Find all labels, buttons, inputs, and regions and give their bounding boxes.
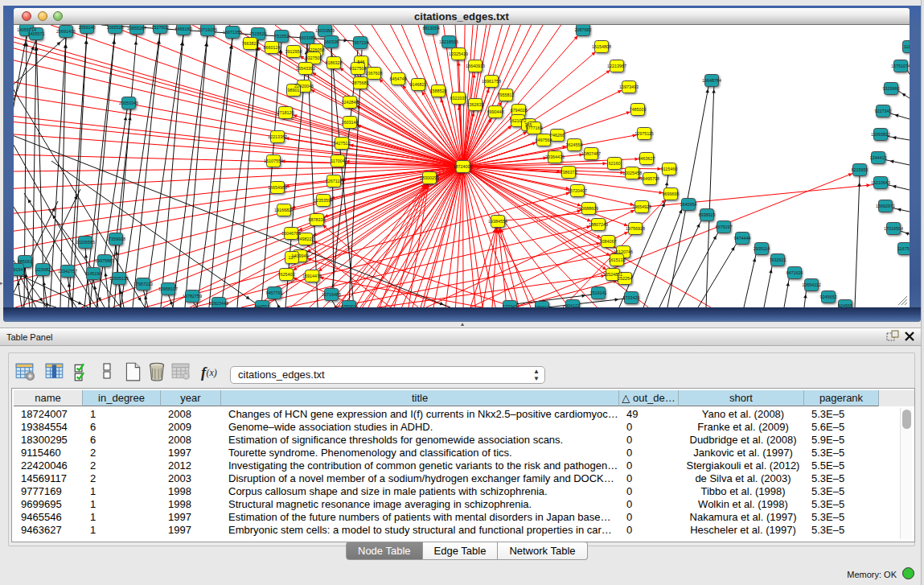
svg-text:9777169: 9777169 [526, 126, 543, 130]
svg-text:9463627: 9463627 [639, 156, 655, 161]
svg-text:8322037: 8322037 [450, 96, 467, 101]
svg-text:16107554: 16107554 [264, 159, 283, 163]
svg-text:16914479: 16914479 [302, 274, 322, 278]
svg-text:16671355: 16671355 [223, 30, 242, 35]
svg-text:9115460: 9115460 [661, 167, 678, 171]
svg-text:16961758: 16961758 [482, 79, 501, 84]
svg-text:16033809: 16033809 [315, 28, 335, 33]
svg-text:8990448: 8990448 [487, 109, 504, 114]
svg-text:16654986: 16654986 [268, 185, 287, 190]
svg-text:19654923: 19654923 [632, 204, 651, 209]
svg-text:1621072: 1621072 [510, 118, 527, 123]
svg-text:7625402: 7625402 [278, 272, 295, 277]
svg-text:6497568: 6497568 [536, 138, 552, 142]
svg-text:3875685: 3875685 [352, 80, 369, 85]
svg-text:9327505: 9327505 [306, 56, 322, 60]
svg-text:17359928: 17359928 [106, 237, 125, 241]
svg-text:20053346: 20053346 [119, 101, 138, 105]
svg-text:1615132: 1615132 [609, 257, 626, 262]
svg-text:546: 546 [358, 60, 365, 64]
svg-text:3912954: 3912954 [285, 49, 302, 54]
svg-text:6794028: 6794028 [511, 108, 528, 113]
svg-text:7485003: 7485003 [630, 107, 647, 112]
svg-text:1065528: 1065528 [107, 25, 124, 30]
svg-text:6466160: 6466160 [175, 27, 192, 31]
svg-text:17957223: 17957223 [133, 282, 153, 286]
svg-text:3242848: 3242848 [342, 100, 359, 105]
svg-text:1405571: 1405571 [28, 31, 45, 36]
svg-text:10958107: 10958107 [158, 286, 178, 291]
svg-text:20364436: 20364436 [545, 154, 565, 159]
svg-text:18724007: 18724007 [454, 164, 473, 169]
svg-text:16648784: 16648784 [702, 78, 721, 83]
svg-text:3084067: 3084067 [600, 239, 617, 244]
svg-text:9146821: 9146821 [410, 82, 427, 87]
svg-text:19756928: 19756928 [626, 226, 645, 231]
svg-text:117004: 117004 [331, 159, 345, 163]
svg-text:(x): (x) [207, 367, 217, 378]
svg-text:3624554: 3624554 [566, 142, 583, 147]
svg-text:11123: 11123 [904, 44, 910, 49]
svg-text:190412: 190412 [535, 305, 549, 307]
svg-text:8215955: 8215955 [852, 167, 869, 172]
svg-text:8427512: 8427512 [334, 141, 351, 146]
svg-text:1362635: 1362635 [467, 102, 484, 107]
svg-text:1527602: 1527602 [152, 25, 169, 30]
svg-text:751552: 751552 [274, 34, 289, 39]
svg-text:10025458: 10025458 [622, 171, 642, 175]
svg-text:885061: 885061 [18, 259, 32, 264]
svg-text:39154: 39154 [14, 267, 23, 272]
svg-text:16046786: 16046786 [281, 231, 301, 236]
svg-text:5226058: 5226058 [308, 47, 325, 52]
svg-text:3498222: 3498222 [298, 237, 314, 241]
svg-text:1115682: 1115682 [35, 267, 51, 272]
svg-text:2718126: 2718126 [277, 110, 294, 115]
svg-text:160338: 160338 [324, 39, 339, 44]
svg-text:8186328: 8186328 [326, 60, 343, 65]
svg-text:1640954: 1640954 [680, 202, 697, 207]
svg-text:2069140: 2069140 [79, 25, 96, 30]
svg-text:8660124: 8660124 [264, 45, 281, 50]
svg-text:127: 127 [289, 255, 296, 260]
svg-text:8813054: 8813054 [423, 26, 440, 31]
svg-text:12923448: 12923448 [209, 301, 228, 306]
svg-text:9474444: 9474444 [734, 236, 751, 241]
svg-text:9457791: 9457791 [266, 290, 283, 295]
svg-text:20206565: 20206565 [76, 240, 95, 245]
svg-text:16495798: 16495798 [640, 176, 659, 181]
svg-text:16120746: 16120746 [614, 249, 633, 254]
svg-text:15716485: 15716485 [322, 292, 341, 297]
svg-text:1588520: 1588520 [430, 89, 447, 93]
svg-text:116753: 116753 [897, 246, 910, 251]
svg-text:173342: 173342 [503, 304, 517, 307]
svg-text:9699695: 9699695 [663, 192, 680, 196]
svg-text:13218506: 13218506 [439, 39, 458, 44]
svg-text:1733426: 1733426 [623, 295, 640, 300]
svg-text:746266: 746266 [550, 133, 565, 138]
svg-text:1145194: 1145194 [85, 271, 102, 276]
svg-text:7515526: 7515526 [250, 31, 267, 36]
svg-text:10973493: 10973493 [619, 84, 639, 89]
svg-text:1603380: 1603380 [299, 35, 316, 40]
svg-text:12342757: 12342757 [58, 269, 77, 274]
svg-text:17016504: 17016504 [884, 226, 903, 231]
svg-text:10807487: 10807487 [581, 151, 601, 156]
svg-text:924565: 924565 [838, 303, 852, 307]
svg-text:16154808: 16154808 [592, 44, 611, 49]
svg-text:8938923: 8938923 [699, 212, 716, 217]
svg-text:10719155: 10719155 [198, 27, 217, 32]
svg-text:12093822: 12093822 [871, 132, 890, 137]
svg-text:10654112: 10654112 [802, 282, 821, 287]
svg-text:2935114: 2935114 [754, 246, 770, 251]
svg-text:15751074: 15751074 [891, 64, 910, 68]
svg-text:1519141: 1519141 [590, 290, 607, 295]
svg-text:10655287: 10655287 [127, 26, 146, 31]
svg-text:2087682: 2087682 [575, 27, 592, 32]
svg-text:7955812: 7955812 [498, 93, 515, 97]
svg-text:62160: 62160 [609, 161, 621, 166]
svg-text:2367608: 2367608 [366, 71, 383, 76]
svg-text:252254: 252254 [618, 276, 632, 281]
svg-text:19975887: 19975887 [95, 258, 114, 263]
svg-text:8454749: 8454749 [390, 76, 407, 81]
svg-text:12213382: 12213382 [268, 134, 287, 139]
